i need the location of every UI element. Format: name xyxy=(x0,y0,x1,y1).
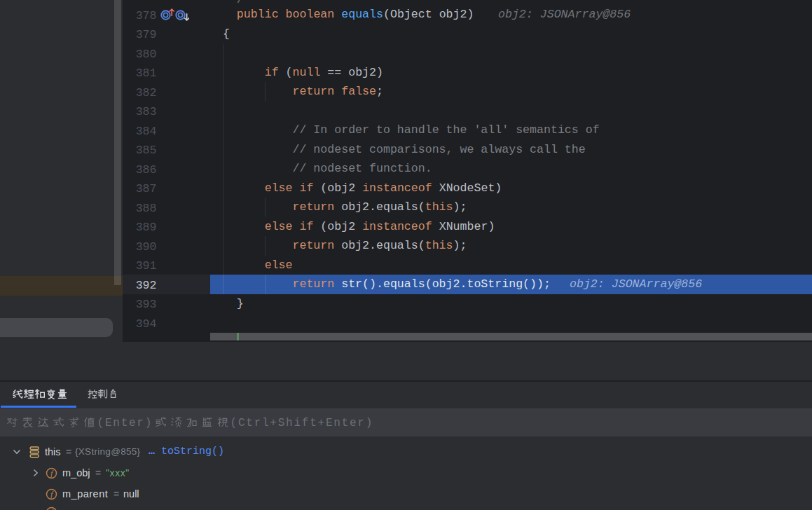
svg-text:f: f xyxy=(50,468,54,478)
svg-text:f: f xyxy=(50,489,54,499)
